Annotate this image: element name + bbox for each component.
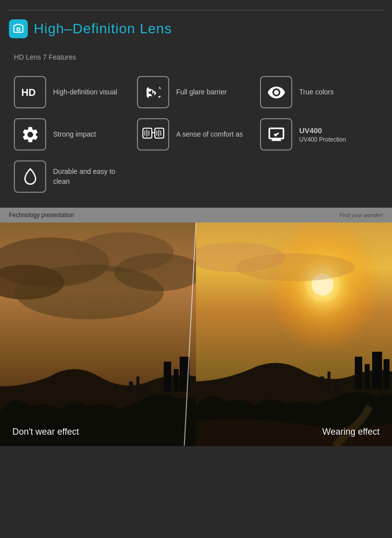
hd-icon-box: HD — [14, 76, 46, 108]
eye-icon-box — [260, 76, 292, 108]
shuffle-icon-box — [137, 76, 169, 108]
svg-rect-16 — [164, 362, 171, 391]
photo-label-left: Don't wear effect — [12, 427, 79, 437]
feature-label-colors: True colors — [299, 87, 334, 97]
feature-item-durable: Durable and easy to clean — [14, 160, 132, 193]
feature-label-uv400: UV400 UV400 Protection — [299, 125, 346, 144]
svg-text:HD: HD — [21, 87, 36, 98]
svg-point-27 — [236, 253, 355, 281]
svg-rect-19 — [129, 382, 133, 394]
svg-rect-28 — [355, 357, 362, 389]
drop-icon-box — [14, 160, 46, 193]
gear-icon-box — [14, 118, 46, 151]
feature-item-comfort: A sense of comfort as — [137, 118, 255, 151]
svg-rect-17 — [174, 369, 179, 391]
photo-right — [196, 223, 392, 446]
feature-label-hd: High-definition visual — [53, 87, 117, 97]
bottom-bar-left-text: Fechnology presentation — [9, 212, 74, 219]
svg-rect-1 — [143, 128, 152, 138]
feature-label-durable: Durable and easy to clean — [53, 167, 132, 186]
feature-item-glare: Full glare barrier — [137, 76, 255, 108]
svg-rect-29 — [365, 364, 370, 389]
top-section: High–Definition Lens HD Lens 7 Features … — [0, 0, 392, 193]
svg-rect-20 — [136, 377, 139, 394]
features-grid: HD High-definition visual Full glare bar… — [9, 76, 383, 193]
feature-item-uv400: UV400 UV400 Protection — [260, 118, 378, 151]
header: High–Definition Lens — [9, 19, 383, 38]
svg-rect-2 — [155, 128, 164, 138]
svg-rect-31 — [384, 359, 390, 389]
page-title: High–Definition Lens — [34, 21, 172, 37]
feature-label-impact: Strong impact — [53, 130, 96, 140]
photo-section: Don't wear effect Wearing effect — [0, 223, 392, 446]
feature-label-glare: Full glare barrier — [176, 87, 227, 97]
monitor-icon-box — [260, 118, 292, 151]
features-subtitle: HD Lens 7 Features — [14, 53, 383, 61]
top-divider — [9, 10, 383, 10]
photo-background — [0, 223, 392, 446]
photo-left — [0, 223, 196, 446]
svg-rect-32 — [320, 377, 324, 390]
camera-icon — [9, 19, 28, 38]
feature-item-hd-visual: HD High-definition visual — [14, 76, 132, 108]
bottom-bar: Fechnology presentation Find your wonder… — [0, 208, 392, 223]
svg-rect-34 — [334, 379, 339, 390]
svg-point-15 — [15, 265, 164, 319]
feature-label-comfort: A sense of comfort as — [176, 130, 243, 140]
bottom-bar-right-text: Find your wonder! — [339, 212, 383, 218]
svg-rect-21 — [141, 384, 146, 394]
feature-item-colors: True colors — [260, 76, 378, 108]
frame-icon-box — [137, 118, 169, 151]
photo-labels: Don't wear effect Wearing effect — [0, 427, 392, 437]
svg-rect-30 — [372, 352, 382, 389]
photo-label-right: Wearing effect — [323, 427, 380, 437]
feature-item-impact: Strong impact — [14, 118, 132, 151]
svg-rect-33 — [327, 372, 330, 390]
